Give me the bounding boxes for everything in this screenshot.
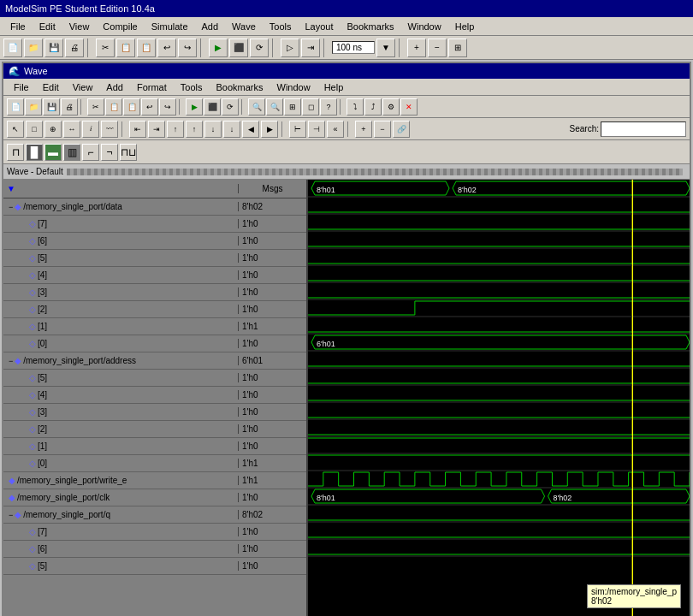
undo-btn[interactable]: ↩ (157, 38, 176, 57)
w-measure[interactable]: ↔ (63, 121, 80, 138)
search-input[interactable] (601, 121, 686, 137)
w-prev-edge[interactable]: ⇤ (129, 121, 146, 138)
main-menu-window[interactable]: Window (401, 20, 448, 33)
signal-row[interactable]: ◇[6]1'h0 (3, 233, 306, 250)
signal-row[interactable]: ◇[1]1'h1 (3, 318, 306, 335)
signal-row[interactable]: −◆/memory_single_port/data8'h02 (3, 198, 306, 216)
signal-row[interactable]: ◇[0]1'h1 (3, 455, 306, 472)
stop-btn[interactable]: ⬛ (229, 38, 248, 57)
w-sel-btn[interactable]: □ (26, 121, 43, 138)
logic-low-btn[interactable]: ⊓ (7, 144, 24, 161)
w-wave-btn[interactable]: 〰 (101, 121, 118, 138)
time-unit-btn[interactable]: ▼ (376, 38, 395, 57)
expand-all-icon[interactable]: ▼ (7, 184, 15, 193)
signal-row[interactable]: ◇[3]1'h0 (3, 404, 306, 421)
wave-menu-file[interactable]: File (7, 80, 36, 94)
expand-icon[interactable]: − (9, 357, 13, 365)
wave-menu-add[interactable]: Add (99, 80, 130, 94)
main-menu-wave[interactable]: Wave (225, 20, 263, 33)
logic-fall-btn[interactable]: ¬ (101, 144, 118, 161)
w-prev-rising[interactable]: ↑ (167, 121, 184, 138)
zoom-out-btn[interactable]: − (428, 38, 447, 57)
w-cursor-prev[interactable]: « (327, 121, 344, 138)
expand-icon[interactable]: − (9, 203, 13, 211)
w-redo-btn[interactable]: ↪ (159, 98, 176, 116)
paste-btn[interactable]: 📋 (137, 38, 156, 57)
signal-row[interactable]: ◇[5]1'h0 (3, 558, 306, 575)
w-save-btn[interactable]: 💾 (43, 98, 60, 116)
main-menu-view[interactable]: View (62, 20, 97, 33)
w-paste-btn[interactable]: 📋 (123, 98, 140, 116)
main-menu-layout[interactable]: Layout (299, 20, 341, 33)
signal-row[interactable]: ◇[2]1'h0 (3, 421, 306, 438)
w-info[interactable]: 𝑖 (82, 121, 99, 138)
wave-menu-edit[interactable]: Edit (36, 80, 66, 94)
signal-row[interactable]: ◇[3]1'h0 (3, 284, 306, 301)
open-btn[interactable]: 📁 (24, 38, 43, 57)
zoom-fit-btn[interactable]: ⊞ (448, 38, 467, 57)
w-zoom-in[interactable]: 🔍 (248, 98, 265, 116)
w-copy-btn[interactable]: 📋 (105, 98, 122, 116)
w-prev-any[interactable]: ◀ (242, 121, 259, 138)
signal-row[interactable]: ◆/memory_single_port/clk1'h0 (3, 489, 306, 506)
w-prev-falling[interactable]: ↓ (204, 121, 222, 138)
copy-btn[interactable]: 📋 (116, 38, 135, 57)
signal-row[interactable]: −◆/memory_single_port/q8'h02 (3, 506, 306, 524)
signal-row[interactable]: ◇[7]1'h0 (3, 524, 306, 541)
logic-rise-btn[interactable]: ⌐ (82, 144, 99, 161)
w-begin[interactable]: ⊢ (289, 121, 306, 138)
cut-btn[interactable]: ✂ (96, 38, 115, 57)
w-zoom-fit[interactable]: ⊞ (284, 98, 301, 116)
signal-row[interactable]: −◆/memory_single_port/address6'h01 (3, 352, 306, 370)
logic-high-btn[interactable]: █ (26, 144, 43, 161)
waveform-panel[interactable]: sim:/memory_single_p 8'h02 (308, 180, 690, 616)
signal-row[interactable]: ◇[5]1'h0 (3, 250, 306, 267)
step-btn[interactable]: ⇥ (301, 38, 320, 57)
signal-row[interactable]: ◇[0]1'h0 (3, 335, 306, 352)
signal-row[interactable]: ◆/memory_single_port/write_e1'h1 (3, 472, 306, 489)
w-cursor-btn[interactable]: ↖ (7, 121, 24, 138)
waveform-canvas[interactable] (308, 180, 690, 616)
w-undo-btn[interactable]: ↩ (141, 98, 158, 116)
w-open-btn[interactable]: 📁 (25, 98, 42, 116)
run-btn[interactable]: ▶ (209, 38, 228, 57)
w-run-btn[interactable]: ▶ (186, 98, 203, 116)
expand-icon[interactable]: − (9, 511, 13, 519)
main-menu-tools[interactable]: Tools (263, 20, 299, 33)
save-btn[interactable]: 💾 (44, 38, 63, 57)
w-zoom-sel[interactable]: ◻ (302, 98, 319, 116)
main-menu-bookmarks[interactable]: Bookmarks (341, 20, 401, 33)
w-link[interactable]: 🔗 (393, 121, 410, 138)
w-help[interactable]: ? (320, 98, 337, 116)
w-stop-btn[interactable]: ⬛ (204, 98, 221, 116)
w-zoom-region[interactable]: ⊕ (44, 121, 62, 138)
logic-bus-btn[interactable]: ▬ (44, 144, 62, 161)
signal-row[interactable]: ◇[4]1'h0 (3, 387, 306, 404)
wave-menu-window[interactable]: Window (270, 80, 317, 94)
w-import[interactable]: ⤴ (364, 98, 382, 116)
w-cfg[interactable]: ⚙ (382, 98, 400, 116)
signal-row[interactable]: ◇[1]1'h0 (3, 438, 306, 455)
w-next-edge[interactable]: ⇥ (148, 121, 165, 138)
wave-menu-format[interactable]: Format (130, 80, 174, 94)
w-del[interactable]: ✕ (400, 98, 418, 116)
main-menu-add[interactable]: Add (195, 20, 226, 33)
w-del-cursor[interactable]: − (374, 121, 391, 138)
signal-row[interactable]: ◇[6]1'h0 (3, 541, 306, 558)
w-end[interactable]: ⊣ (308, 121, 325, 138)
main-menu-compile[interactable]: Compile (96, 20, 144, 33)
wave-menu-view[interactable]: View (66, 80, 100, 94)
new-btn[interactable]: 📄 (3, 38, 22, 57)
redo-btn[interactable]: ↪ (178, 38, 197, 57)
logic-clk-btn[interactable]: ⊓⊔ (120, 144, 137, 161)
zoom-in-btn[interactable]: + (407, 38, 426, 57)
signal-row[interactable]: ◇[5]1'h0 (3, 370, 306, 387)
wave-menu-help[interactable]: Help (317, 80, 351, 94)
w-next-falling[interactable]: ↓ (223, 121, 240, 138)
main-menu-simulate[interactable]: Simulate (145, 20, 195, 33)
signal-row[interactable]: ◇[4]1'h0 (3, 267, 306, 284)
signal-row[interactable]: ◇[7]1'h0 (3, 216, 306, 233)
w-add-cursor[interactable]: + (355, 121, 372, 138)
logic-tri-btn[interactable]: ▥ (63, 144, 80, 161)
main-menu-file[interactable]: File (3, 20, 33, 33)
